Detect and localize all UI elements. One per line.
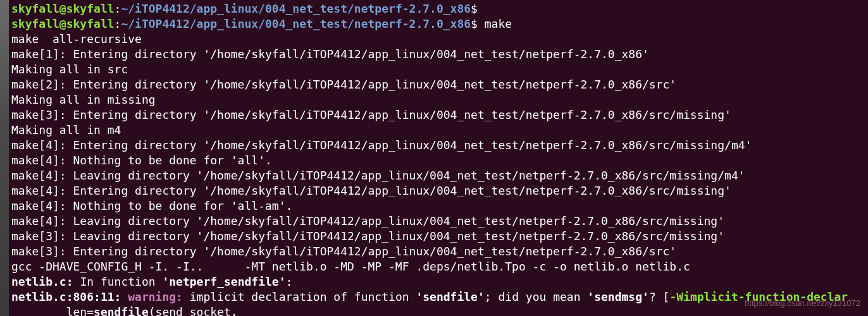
warn-label: warning: [128,290,183,303]
output-line: make[4]: Nothing to be done for 'all-am'… [11,198,858,214]
warn-text: ; did you mean [485,290,588,303]
window-edge-sliver [0,0,9,316]
output-line: make all-recursive [11,32,858,47]
warn-text: ? [ [649,290,670,303]
output-line: Making all in src [11,62,858,77]
output-line: make[4]: Entering directory '/home/skyfa… [11,183,858,198]
msg-text: In function [73,275,163,288]
watermark-text: https://blog.csdn.net/zxy131072 [745,296,860,311]
output-line: make[3]: Entering directory '/home/skyfa… [11,244,858,259]
command-text: make [478,17,512,30]
output-line: make[2]: Entering directory '/home/skyfa… [11,77,858,92]
prompt-line-prev: skyfall@skyfall:~/iTOP4412/app_linux/004… [11,1,858,16]
prompt-dollar: $ [471,17,478,30]
output-line: make[3]: Leaving directory '/home/skyfal… [11,229,858,244]
prompt-colon: : [115,17,121,30]
warn-location: netlib.c:806:11: [11,290,128,303]
output-line: make[4]: Leaving directory '/home/skyfal… [11,214,858,229]
msg-file: netlib.c: [11,275,73,288]
compiler-code-line: len=sendfile(send_socket, [11,305,858,316]
code-fn: sendfile [94,305,149,316]
warn-sendmsg: 'sendmsg' [587,290,649,303]
output-line: Making all in m4 [11,123,858,138]
output-line: make[4]: Nothing to be done for 'all'. [11,153,858,168]
output-line: gcc -DHAVE_CONFIG_H -I. -I.. -MT netlib.… [11,259,858,274]
compiler-msg-line: netlib.c: In function 'netperf_sendfile'… [11,274,858,289]
code-indent: len= [11,305,94,316]
warn-text: implicit declaration of function [183,290,416,303]
prompt-path: ~/iTOP4412/app_linux/004_net_test/netper… [121,17,471,30]
output-line: Making all in missing [11,92,858,107]
output-line: make[1]: Entering directory '/home/skyfa… [11,47,858,62]
output-line: make[4]: Entering directory '/home/skyfa… [11,138,858,153]
msg-colon: : [286,275,293,288]
terminal-output[interactable]: skyfall@skyfall:~/iTOP4412/app_linux/004… [11,1,858,316]
output-line: make[3]: Entering directory '/home/skyfa… [11,107,858,123]
output-line: make[4]: Leaving directory '/home/skyfal… [11,168,858,183]
prompt-userhost: skyfall@skyfall [11,17,115,30]
code-rest: (send_socket, [149,305,238,316]
msg-func: 'netperf_sendfile' [162,275,285,288]
prompt-userhost: skyfall@skyfall [11,2,115,15]
warn-sendfile: 'sendfile' [416,290,484,303]
prompt-path: ~/iTOP4412/app_linux/004_net_test/netper… [121,2,471,15]
prompt-colon: : [115,2,121,15]
prompt-dollar: $ [471,2,478,15]
compiler-warning-line: netlib.c:806:11: warning: implicit decla… [11,289,858,305]
prompt-line: skyfall@skyfall:~/iTOP4412/app_linux/004… [11,16,858,32]
